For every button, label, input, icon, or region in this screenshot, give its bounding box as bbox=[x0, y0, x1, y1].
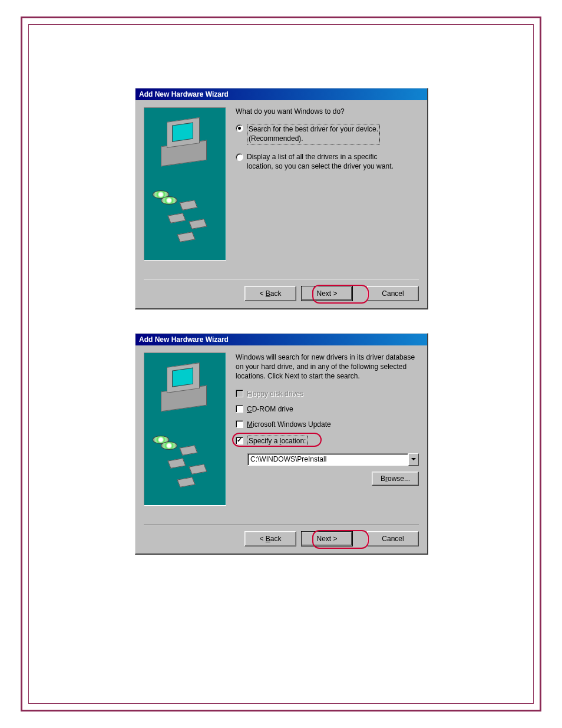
browse-button[interactable]: Browse... bbox=[372, 472, 419, 486]
wizard-dialog-1: Add New Hardware Wizard What do you want… bbox=[135, 88, 428, 309]
wizard-graphic bbox=[144, 353, 226, 506]
cancel-button[interactable]: Cancel bbox=[367, 286, 419, 301]
dialog-title: Add New Hardware Wizard bbox=[139, 90, 229, 98]
radio-icon bbox=[236, 153, 243, 161]
wizard-graphic bbox=[144, 107, 226, 261]
radio-search-best-driver[interactable]: Search for the best driver for your devi… bbox=[236, 124, 419, 144]
checkbox-windows-update[interactable]: Microsoft Windows Update bbox=[236, 420, 419, 429]
back-button[interactable]: < Back bbox=[244, 531, 296, 546]
checkbox-icon bbox=[236, 437, 243, 444]
next-button[interactable]: Next > bbox=[301, 286, 353, 301]
wizard-dialog-2: Add New Hardware Wizard Windows will sea… bbox=[135, 333, 428, 555]
checkbox-icon bbox=[236, 420, 243, 428]
checkbox-icon bbox=[236, 390, 243, 397]
radio-label-line1: Search for the best driver for your devi… bbox=[249, 125, 378, 133]
checkbox-floppy: Floppy disk drives bbox=[236, 390, 419, 398]
titlebar: Add New Hardware Wizard bbox=[135, 88, 427, 100]
dialog-title: Add New Hardware Wizard bbox=[139, 335, 229, 344]
radio-display-list[interactable]: Display a list of all the drivers in a s… bbox=[236, 153, 419, 171]
radio-icon bbox=[236, 124, 243, 132]
checkbox-cdrom[interactable]: CD-ROM drive bbox=[236, 405, 419, 413]
radio-label-line2: location, so you can select the driver y… bbox=[247, 162, 394, 170]
back-button[interactable]: < Back bbox=[244, 286, 296, 301]
radio-label-line2: (Recommended). bbox=[249, 134, 303, 143]
checkbox-specify-location[interactable]: Specify a location: bbox=[236, 436, 419, 446]
radio-label-line1: Display a list of all the drivers in a s… bbox=[247, 153, 377, 161]
location-input[interactable]: C:\WINDOWS\PreInstall bbox=[247, 453, 408, 466]
checkbox-icon bbox=[236, 405, 243, 413]
prompt-text: What do you want Windows to do? bbox=[236, 107, 419, 116]
location-dropdown-arrow[interactable] bbox=[408, 453, 419, 466]
next-button[interactable]: Next > bbox=[301, 531, 353, 546]
titlebar: Add New Hardware Wizard bbox=[135, 334, 427, 345]
cancel-button[interactable]: Cancel bbox=[367, 531, 419, 546]
prompt-text: Windows will search for new drivers in i… bbox=[236, 353, 419, 381]
